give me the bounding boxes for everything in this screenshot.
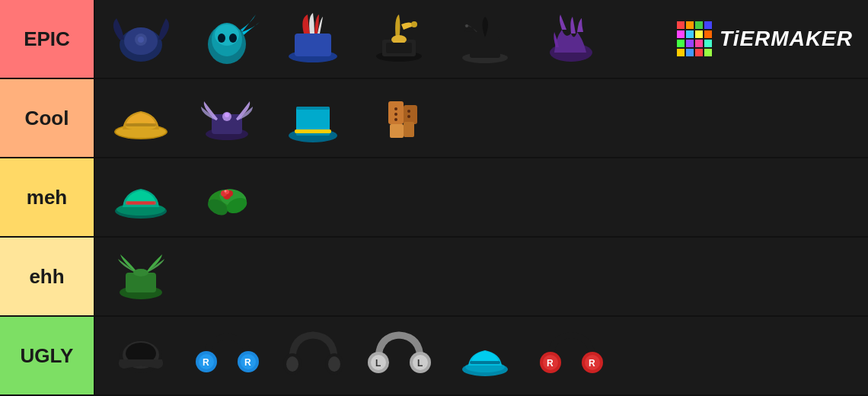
ehh-items — [95, 238, 868, 315]
holly-wreath-icon — [195, 169, 260, 226]
tier-label-text: EPIC — [24, 27, 70, 51]
item-white-headphones-l: L L — [359, 321, 439, 390]
logo-grid — [677, 21, 712, 56]
svg-point-39 — [394, 118, 397, 121]
svg-rect-10 — [295, 34, 331, 56]
meh-items — [95, 158, 868, 236]
svg-point-70 — [328, 356, 340, 372]
tier-label-text: meh — [27, 186, 67, 209]
item-dark-blue-wings-helm — [101, 5, 181, 73]
item-purple-spiky-hat — [531, 5, 611, 73]
svg-rect-45 — [127, 202, 155, 204]
svg-text:R: R — [589, 358, 595, 369]
item-blue-hat-feathers — [273, 5, 353, 73]
item-teal-alien-helm — [187, 5, 267, 73]
epic-label: EPIC — [0, 0, 95, 78]
black-crow-hat-icon — [453, 11, 518, 68]
svg-rect-79 — [470, 361, 500, 364]
svg-point-37 — [394, 107, 397, 110]
svg-rect-23 — [126, 123, 156, 126]
item-teal-fedora — [101, 163, 181, 232]
svg-point-27 — [225, 113, 229, 117]
svg-text:R: R — [244, 357, 251, 368]
svg-rect-31 — [295, 129, 331, 133]
svg-text:L: L — [375, 358, 381, 369]
tier-row-epic: EPIC — [0, 0, 868, 79]
tier-row-ehh: ehh — [0, 238, 868, 317]
tier-row-meh: meh — [0, 158, 868, 238]
item-gold-speaker-hat — [359, 5, 439, 73]
svg-point-18 — [465, 24, 468, 27]
teal-fedora-icon — [109, 169, 174, 226]
green-wings-hat-icon — [109, 248, 174, 305]
ugly-items: R R — [95, 317, 868, 394]
ugly-label: UGLY — [0, 317, 95, 394]
tier-label-text: ehh — [29, 265, 64, 289]
svg-text:R: R — [547, 358, 554, 369]
svg-rect-35 — [390, 124, 404, 138]
svg-point-57 — [133, 269, 148, 276]
svg-text:R: R — [203, 357, 209, 368]
purple-spiky-hat-icon — [539, 11, 604, 68]
svg-rect-17 — [470, 37, 500, 58]
teal-alien-helm-icon — [195, 11, 260, 68]
svg-rect-32 — [296, 107, 330, 110]
svg-point-40 — [407, 110, 410, 113]
tier-table: EPIC — [0, 0, 868, 396]
white-headphones-l-icon: L L — [367, 327, 432, 385]
blue-headphones-r-icon: R R — [195, 327, 260, 385]
item-green-wings-hat — [101, 242, 181, 311]
black-visor-icon — [109, 327, 174, 385]
meh-label: meh — [0, 158, 95, 236]
svg-point-3 — [138, 37, 144, 43]
cool-items — [95, 79, 868, 157]
wooden-domino-hat-icon — [367, 90, 432, 147]
tier-row-ugly: UGLY — [0, 317, 868, 396]
purple-fairy-wings-hat-icon — [195, 90, 260, 147]
svg-point-54 — [225, 190, 227, 192]
item-black-crow-hat — [445, 5, 525, 73]
svg-rect-14 — [386, 43, 412, 53]
tiermaker-logo: TiERMAKER — [677, 21, 853, 56]
item-cyan-fedora-small — [445, 321, 525, 390]
item-gold-fedora — [101, 84, 181, 152]
svg-rect-36 — [404, 122, 414, 137]
gold-speaker-hat-icon — [367, 11, 432, 68]
svg-rect-34 — [404, 105, 417, 124]
svg-point-69 — [286, 356, 298, 372]
svg-point-8 — [229, 34, 237, 43]
item-holly-wreath — [187, 163, 267, 232]
logo-text: TiERMAKER — [720, 27, 853, 51]
gold-fedora-icon — [109, 90, 174, 147]
item-red-headphones-r: R R — [531, 321, 611, 390]
black-headphones-icon — [281, 327, 346, 385]
svg-point-41 — [407, 115, 410, 118]
dark-blue-wings-helm-icon — [109, 11, 174, 68]
item-blue-headphones-r: R R — [187, 321, 267, 390]
svg-point-7 — [218, 34, 225, 43]
blue-hat-feathers-icon — [281, 11, 346, 68]
tier-label-text: UGLY — [21, 344, 74, 368]
item-black-headphones — [273, 321, 353, 390]
cyan-top-hat-icon — [281, 90, 346, 147]
item-cyan-top-hat — [273, 84, 353, 152]
item-purple-fairy-wings-hat — [187, 84, 267, 152]
cool-label: Cool — [0, 79, 95, 157]
item-wooden-domino-hat — [359, 84, 439, 152]
red-headphones-r-icon: R R — [539, 327, 604, 385]
tier-label-text: Cool — [25, 107, 69, 130]
svg-point-38 — [394, 113, 397, 116]
ehh-label: ehh — [0, 238, 95, 315]
svg-point-15 — [411, 21, 417, 27]
svg-text:L: L — [417, 358, 423, 369]
item-black-visor — [101, 321, 181, 390]
tier-row-cool: Cool — [0, 79, 868, 158]
cyan-fedora-small-icon — [453, 327, 518, 385]
